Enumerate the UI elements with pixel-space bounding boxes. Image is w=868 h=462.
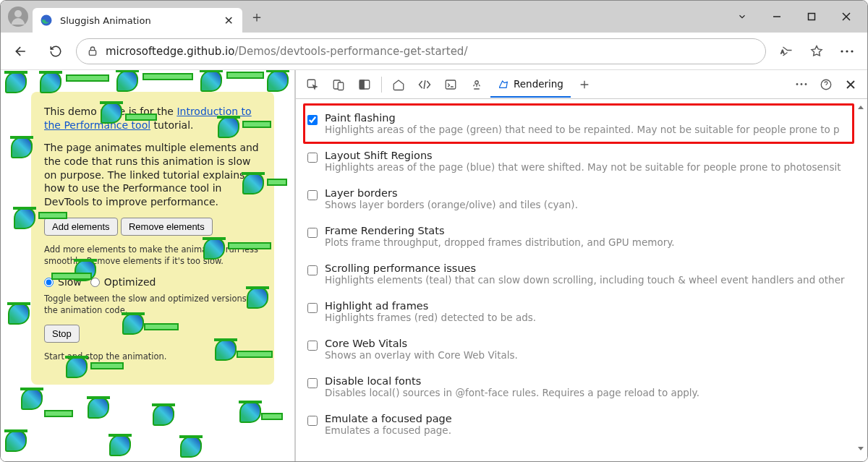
site-info-icon[interactable]	[87, 46, 98, 57]
rendering-option-focus: Emulate a focused pageEmulates a focused…	[303, 406, 867, 443]
browser-tab[interactable]: Sluggish Animation ✕	[33, 8, 242, 33]
svg-point-14	[475, 80, 479, 84]
page-viewport: This demo page is for the Introduction t…	[1, 70, 296, 462]
rendering-option-scroll: Scrolling performance issuesHighlights e…	[303, 255, 867, 293]
checkbox-scroll[interactable]	[307, 265, 318, 275]
option-title: Paint flashing	[325, 112, 860, 124]
rendering-option-paint: Paint flashingHighlights areas of the pa…	[303, 105, 867, 142]
profile-avatar[interactable]	[8, 7, 28, 27]
svg-point-16	[801, 83, 803, 85]
elements-tab-icon[interactable]	[412, 72, 437, 98]
checkbox-frs[interactable]	[307, 228, 318, 238]
svg-rect-10	[338, 82, 344, 90]
option-desc: Shows layer borders (orange/olive) and t…	[325, 199, 860, 210]
reload-button[interactable]	[41, 37, 70, 66]
checkbox-layout[interactable]	[307, 153, 318, 163]
checkbox-layers[interactable]	[307, 190, 318, 200]
tab-close-icon[interactable]: ✕	[223, 14, 235, 27]
rendering-option-layers: Layer bordersShows layer borders (orange…	[303, 180, 867, 218]
window-titlebar: Sluggish Animation ✕ ＋	[1, 1, 867, 33]
address-bar[interactable]: microsoftedge.github.io/Demos/devtools-p…	[76, 38, 766, 64]
svg-rect-12	[359, 80, 364, 89]
svg-rect-3	[89, 50, 95, 55]
checkbox-fonts[interactable]	[307, 378, 318, 388]
rendering-options-list: Paint flashingHighlights areas of the pa…	[296, 99, 867, 462]
option-desc: Plots frame throughput, dropped frames d…	[325, 236, 860, 248]
svg-point-15	[796, 83, 799, 85]
back-button[interactable]	[7, 37, 35, 66]
stop-button[interactable]: Stop	[44, 325, 80, 343]
option-title: Frame Rendering Stats	[325, 225, 860, 236]
rendering-tab-label: Rendering	[514, 78, 563, 90]
option-desc: Highlights frames (red) detected to be a…	[325, 312, 860, 323]
demo-card: This demo page is for the Introduction t…	[31, 92, 274, 385]
toggle-help-text: Toggle between the slow and optimized ve…	[44, 294, 261, 316]
chevron-down-icon[interactable]	[726, 5, 759, 28]
minimize-button[interactable]	[760, 5, 793, 28]
option-desc: Disables local() sources in @font-face r…	[325, 387, 860, 398]
help-icon[interactable]	[814, 72, 838, 98]
scrollbar[interactable]	[856, 103, 866, 453]
devtools-close-icon[interactable]	[838, 72, 863, 98]
browser-toolbar: microsoftedge.github.io/Demos/devtools-p…	[1, 33, 867, 70]
add-tab-button[interactable]	[572, 72, 597, 98]
device-toolbar-icon[interactable]	[326, 72, 351, 98]
scroll-down-icon[interactable]	[856, 444, 865, 453]
devtools-panel: Rendering Paint flashingHighlights areas…	[296, 70, 867, 462]
option-title: Highlight ad frames	[325, 300, 860, 312]
close-window-button[interactable]	[830, 5, 863, 28]
checkbox-focus[interactable]	[307, 416, 318, 426]
checkbox-paint[interactable]	[307, 115, 318, 125]
option-desc: Shows an overlay with Core Web Vitals.	[325, 349, 860, 361]
svg-point-5	[841, 50, 843, 52]
edge-icon	[40, 14, 53, 27]
read-aloud-icon[interactable]: A	[772, 37, 801, 66]
option-title: Scrolling performance issues	[325, 262, 860, 274]
rendering-option-fonts: Disable local fontsDisables local() sour…	[303, 368, 867, 406]
rendering-option-layout: Layout Shift RegionsHighlights areas of …	[303, 142, 867, 180]
devtools-tabstrip: Rendering	[296, 70, 867, 99]
dock-side-icon[interactable]	[352, 72, 377, 98]
rendering-option-frs: Frame Rendering StatsPlots frame through…	[303, 218, 867, 255]
svg-point-17	[805, 83, 807, 85]
rendering-option-cwv: Core Web VitalsShows an overlay with Cor…	[303, 330, 867, 368]
checkbox-ads[interactable]	[307, 303, 318, 313]
body-text: The page animates multiple elements and …	[44, 141, 261, 209]
option-desc: Highlights areas of the page (blue) that…	[325, 161, 860, 173]
url-text: microsoftedge.github.io/Demos/devtools-p…	[106, 45, 467, 58]
remove-elements-button[interactable]: Remove elements	[121, 218, 213, 236]
maximize-button[interactable]	[795, 5, 828, 28]
rendering-tab[interactable]: Rendering	[490, 72, 571, 98]
svg-rect-2	[809, 14, 815, 20]
new-tab-button[interactable]: ＋	[250, 7, 264, 27]
svg-text:A: A	[781, 49, 785, 55]
option-title: Disable local fonts	[325, 375, 860, 387]
option-title: Emulate a focused page	[325, 413, 860, 424]
svg-point-7	[851, 50, 853, 52]
scroll-up-icon[interactable]	[856, 103, 865, 112]
rendering-option-ads: Highlight ad framesHighlights frames (re…	[303, 293, 867, 330]
inspect-element-icon[interactable]	[300, 72, 325, 98]
devtools-more-icon[interactable]	[789, 72, 814, 98]
option-title: Layout Shift Regions	[325, 150, 860, 161]
option-title: Layer borders	[325, 187, 860, 199]
svg-rect-13	[446, 80, 456, 89]
tab-title: Sluggish Animation	[60, 15, 223, 26]
option-desc: Highlights areas of the page (green) tha…	[325, 124, 860, 135]
radio-optimized-label: Optimized	[104, 275, 156, 289]
sources-tab-icon[interactable]	[464, 72, 489, 98]
add-elements-button[interactable]: Add elements	[44, 218, 118, 236]
option-title: Core Web Vitals	[325, 338, 860, 349]
console-tab-icon[interactable]	[438, 72, 463, 98]
settings-more-icon[interactable]	[833, 37, 861, 66]
option-desc: Highlights elements (teal) that can slow…	[325, 274, 860, 286]
welcome-tab-icon[interactable]	[386, 72, 411, 98]
option-desc: Emulates a focused page.	[325, 424, 860, 436]
favorite-icon[interactable]	[802, 37, 831, 66]
svg-point-6	[846, 50, 848, 52]
checkbox-cwv[interactable]	[307, 341, 318, 351]
